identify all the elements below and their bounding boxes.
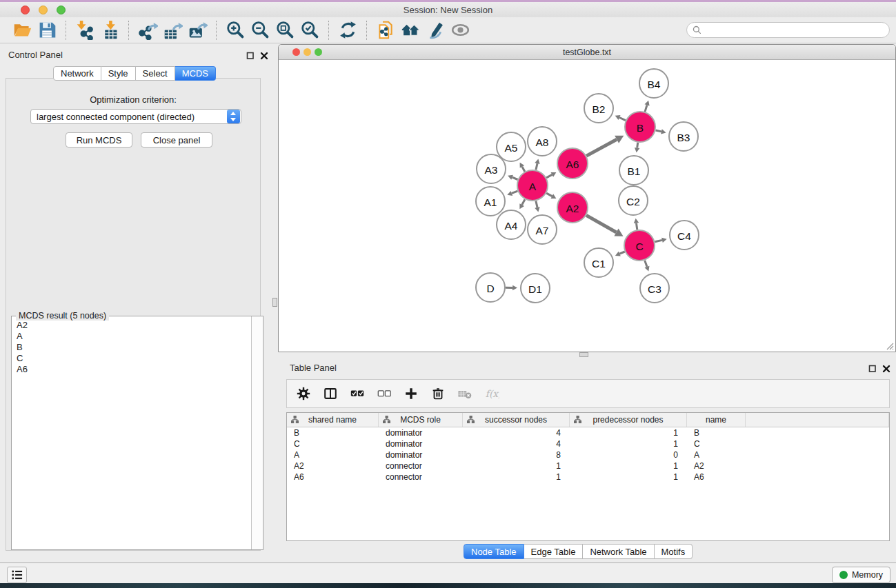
close-panel-button[interactable]: Close panel xyxy=(141,132,212,148)
hide-graphics-details-button[interactable] xyxy=(423,19,448,41)
graph-edge-C-C3[interactable] xyxy=(645,261,650,272)
memory-button[interactable]: Memory xyxy=(832,567,890,583)
tab-mcds[interactable]: MCDS xyxy=(175,66,216,81)
graph-node-C4[interactable]: C4 xyxy=(670,221,699,250)
graph-edge-A-A8[interactable] xyxy=(535,159,539,170)
graph-edge-C-C1[interactable] xyxy=(615,252,625,256)
unselect-all-columns-button[interactable] xyxy=(375,385,393,403)
search-input[interactable] xyxy=(686,22,890,38)
graph-edge-A-A6[interactable] xyxy=(546,172,556,178)
graph-node-B2[interactable]: B2 xyxy=(584,94,613,123)
graph-node-D[interactable]: D xyxy=(476,273,505,302)
export-image-button[interactable] xyxy=(185,19,210,41)
tab-network[interactable]: Network xyxy=(53,66,101,81)
graph-node-A8[interactable]: A8 xyxy=(528,127,557,156)
export-table-button[interactable] xyxy=(160,19,185,41)
tab-select[interactable]: Select xyxy=(136,66,175,81)
graph-edge-B-B3[interactable] xyxy=(656,129,666,134)
network-window-titlebar[interactable]: testGlobe.txt xyxy=(279,45,895,60)
graph-edge-D-D1[interactable] xyxy=(506,285,517,291)
graph-node-B[interactable]: B xyxy=(625,112,655,142)
column-header-MCDS-role[interactable]: MCDS role xyxy=(379,413,463,427)
tab-style[interactable]: Style xyxy=(101,66,136,81)
vertical-splitter[interactable] xyxy=(270,43,278,562)
graph-edge-C-C2[interactable] xyxy=(634,219,639,230)
graph-edge-A-A4[interactable] xyxy=(519,199,525,209)
column-header-shared-name[interactable]: shared name xyxy=(287,413,379,427)
graph-edge-C-C4[interactable] xyxy=(655,238,666,243)
refresh-layout-button[interactable] xyxy=(335,19,360,41)
titlebar[interactable]: Session: New Session xyxy=(0,2,896,17)
open-file-button[interactable] xyxy=(10,19,34,41)
tab-motifs[interactable]: Motifs xyxy=(655,544,693,559)
show-view-button[interactable] xyxy=(448,19,472,41)
select-all-columns-button[interactable] xyxy=(348,385,366,403)
settings-gear-button[interactable] xyxy=(294,385,312,403)
home-browser-button[interactable] xyxy=(398,19,423,41)
network-canvas[interactable]: B4 B2 B B3 A5 A8 A6 A3 B1 A A1 C2 A2 A4 … xyxy=(279,60,895,352)
task-history-button[interactable] xyxy=(7,567,27,583)
table-row-A[interactable]: Adominator80A xyxy=(287,449,889,460)
splitter-grip[interactable] xyxy=(272,298,277,307)
column-header-predecessor-nodes[interactable]: predecessor nodes xyxy=(570,413,687,427)
graph-node-A[interactable]: A xyxy=(517,170,548,201)
graph-edge-B-B4[interactable] xyxy=(645,101,650,112)
zoom-out-button[interactable] xyxy=(248,19,272,41)
float-table-panel-icon[interactable] xyxy=(868,363,877,372)
import-network-button[interactable] xyxy=(72,19,97,41)
graph-node-C[interactable]: C xyxy=(624,230,655,261)
graph-edge-A-A2[interactable] xyxy=(546,193,556,199)
close-table-panel-icon[interactable] xyxy=(882,363,890,372)
tab-edge-table[interactable]: Edge Table xyxy=(524,544,584,559)
graph-node-A3[interactable]: A3 xyxy=(477,154,506,183)
mcds-result-item[interactable]: B xyxy=(17,342,246,353)
graph-edge-A-A3[interactable] xyxy=(508,175,518,180)
graph-edge-B-B1[interactable] xyxy=(635,143,640,153)
graph-node-A1[interactable]: A1 xyxy=(476,187,505,216)
graph-edge-A-A7[interactable] xyxy=(535,201,539,212)
add-column-button[interactable] xyxy=(401,385,420,403)
graph-node-B1[interactable]: B1 xyxy=(619,156,648,185)
column-header-successor-nodes[interactable]: successor nodes xyxy=(463,413,570,427)
mcds-result-item[interactable]: C xyxy=(17,353,246,364)
graph-edge-A2-C[interactable] xyxy=(586,215,624,236)
result-scrollbar[interactable] xyxy=(251,316,263,549)
graph-node-C2[interactable]: C2 xyxy=(619,186,648,215)
graph-node-C1[interactable]: C1 xyxy=(584,248,613,277)
zoom-fit-button[interactable] xyxy=(272,19,297,41)
save-session-button[interactable] xyxy=(34,19,59,41)
graph-edge-A-A1[interactable] xyxy=(507,191,517,196)
graph-node-A4[interactable]: A4 xyxy=(497,210,526,239)
graph-node-B3[interactable]: B3 xyxy=(669,122,698,151)
mcds-result-item[interactable]: A6 xyxy=(17,364,246,375)
table-row-C[interactable]: Cdominator41C xyxy=(287,438,889,449)
tab-node-table[interactable]: Node Table xyxy=(464,544,524,559)
criterion-select[interactable]: largest connected component (directed) xyxy=(30,109,241,124)
graph-node-C3[interactable]: C3 xyxy=(640,274,669,303)
zoom-selected-button[interactable] xyxy=(297,19,322,41)
close-panel-icon[interactable] xyxy=(260,50,268,59)
delete-columns-button[interactable] xyxy=(428,385,447,403)
table-row-A6[interactable]: A6connector11A6 xyxy=(287,472,889,483)
float-panel-icon[interactable] xyxy=(246,50,255,59)
import-table-button[interactable] xyxy=(97,19,122,41)
select-stepper-icon[interactable] xyxy=(227,110,240,123)
graph-node-A5[interactable]: A5 xyxy=(497,132,526,161)
graph-node-D1[interactable]: D1 xyxy=(521,274,550,303)
table-row-A2[interactable]: A2connector11A2 xyxy=(287,460,889,472)
table-row-B[interactable]: Bdominator41B xyxy=(287,427,889,438)
network-from-document-button[interactable] xyxy=(373,19,398,41)
column-header-name[interactable]: name xyxy=(687,413,746,427)
run-mcds-button[interactable]: Run MCDS xyxy=(66,132,132,148)
graph-edge-A6-B[interactable] xyxy=(586,136,624,156)
mcds-result-item[interactable]: A xyxy=(17,331,246,342)
mcds-result-item[interactable]: A2 xyxy=(17,320,246,331)
horizontal-splitter-grip[interactable] xyxy=(579,352,588,357)
tab-network-table[interactable]: Network Table xyxy=(583,544,654,559)
graph-node-A2[interactable]: A2 xyxy=(557,192,588,223)
graph-edge-B-B2[interactable] xyxy=(615,115,626,121)
graph-edge-A-A5[interactable] xyxy=(520,163,525,172)
export-network-button[interactable] xyxy=(135,19,160,41)
resize-grip-icon[interactable] xyxy=(885,341,894,350)
graph-node-A6[interactable]: A6 xyxy=(557,148,588,179)
